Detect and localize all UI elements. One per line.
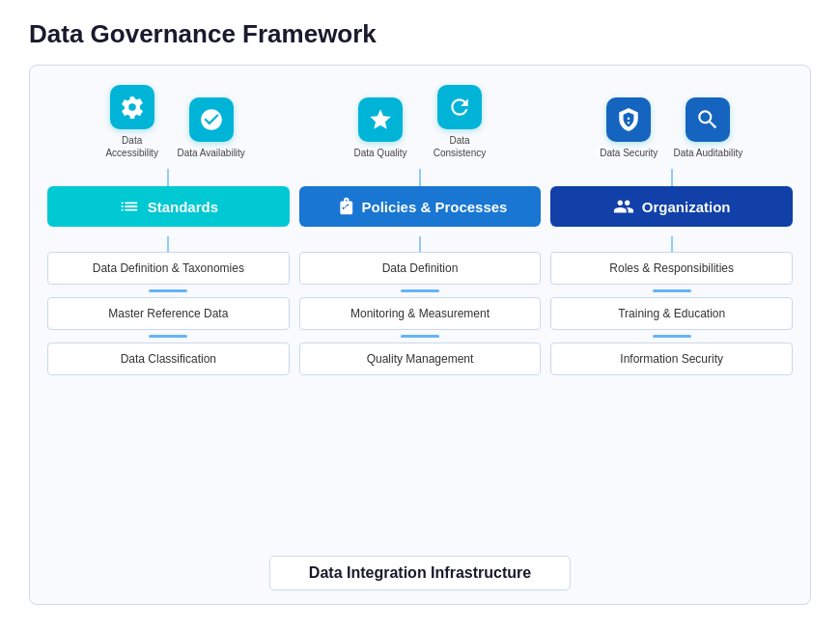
icon-label-consistency: Data Consistency [425,134,494,159]
category-policies: Policies & Processes [299,186,542,227]
item-data-definition-taxonomies: Data Definition & Taxonomies [47,252,290,285]
icon-availability-circle [189,97,234,142]
item-quality-management: Quality Management [299,342,542,375]
item-label-data-class: Data Classification [121,352,216,366]
icon-group-col3: Data Security Data Auditability [545,85,793,159]
icon-label-quality: Data Quality [353,147,406,159]
list-icon [119,196,140,217]
icon-card-auditability: Data Auditability [673,97,742,159]
items-col2-inner: Data Definition Monitoring & Measurement… [299,252,542,375]
items-col1-inner: Data Definition & Taxonomies Master Refe… [47,252,290,375]
item-training-education: Training & Education [550,297,793,330]
icon-label-availability: Data Availability [177,147,244,159]
policy-icon [333,196,354,217]
item-data-classification: Data Classification [47,342,290,375]
col2-connector-top [419,236,421,252]
categories-row: Standards Policies & Processes Organizat… [47,186,793,227]
icon-accessibility-circle [110,85,154,129]
search-icon [695,107,720,132]
icon-group-security-auditability: Data Security Data Auditability [594,85,742,159]
icon-group-quality-consistency: Data Quality Data Consistency [346,85,494,159]
items-col-3: Roles & Responsibilities Training & Educ… [550,236,793,375]
item-data-definition: Data Definition [299,252,542,285]
organization-icon [613,196,634,217]
separator-3a [653,289,691,292]
separator-1b [149,335,187,338]
icon-quality-circle [358,97,403,142]
item-label-data-def: Data Definition [382,261,459,275]
icon-auditability-circle [686,97,730,142]
framework-box: Data Accessibility Data Availability [29,65,811,605]
icon-card-quality: Data Quality [346,97,415,159]
bottom-bar: Data Integration Infrastructure [269,556,571,590]
connector-col3 [550,169,793,186]
item-label-master-ref: Master Reference Data [108,307,228,320]
icon-label-accessibility: Data Accessibility [98,134,167,159]
icon-security-circle [606,97,651,142]
items-col-1: Data Definition & Taxonomies Master Refe… [47,236,290,375]
item-label-info-security: Information Security [620,352,723,366]
item-label-roles: Roles & Responsibilities [609,261,734,275]
category-standards-label: Standards [148,199,218,215]
item-roles-responsibilities: Roles & Responsibilities [550,252,793,285]
items-col3-inner: Roles & Responsibilities Training & Educ… [550,252,793,375]
gear-icon [120,95,145,120]
page-title: Data Governance Framework [29,19,811,49]
item-label-def-taxonomies: Data Definition & Taxonomies [93,261,244,275]
col1-connector-top [167,236,169,252]
col3-connector-top [671,236,673,252]
star-icon [368,107,393,132]
icon-group-accessibility-availability: Data Accessibility Data Availability [98,85,246,159]
icon-card-accessibility: Data Accessibility [98,85,167,159]
top-connectors [47,169,793,186]
items-section: Data Definition & Taxonomies Master Refe… [47,236,793,375]
icon-group-col1: Data Accessibility Data Availability [47,85,295,159]
item-label-monitoring: Monitoring & Measurement [350,307,490,320]
item-master-reference-data: Master Reference Data [47,297,290,330]
item-label-quality-mgmt: Quality Management [367,352,474,366]
separator-2a [401,289,439,292]
icon-card-availability: Data Availability [177,97,246,159]
category-organization: Organization [550,186,793,227]
icon-consistency-circle [437,85,482,129]
icon-card-consistency: Data Consistency [425,85,494,159]
connector-line-1 [167,169,169,186]
separator-2b [401,335,439,338]
item-monitoring-measurement: Monitoring & Measurement [299,297,542,330]
bottom-bar-label: Data Integration Infrastructure [309,564,531,581]
item-label-training: Training & Education [618,307,725,320]
separator-3b [653,335,691,338]
icon-label-auditability: Data Auditability [673,147,742,159]
check-circle-icon [199,107,224,132]
items-col-2: Data Definition Monitoring & Measurement… [299,236,542,375]
connector-line-2 [419,169,421,186]
category-policies-label: Policies & Processes [362,199,508,215]
connector-col1 [47,169,290,186]
icon-label-security: Data Security [600,147,658,159]
icons-row: Data Accessibility Data Availability [47,85,793,159]
page: Data Governance Framework Data Accessibi… [0,0,840,630]
connector-line-3 [671,169,673,186]
connector-col2 [299,169,542,186]
item-information-security: Information Security [550,342,793,375]
refresh-icon [447,95,472,120]
icon-group-col2: Data Quality Data Consistency [295,85,544,159]
icon-card-security: Data Security [594,97,663,159]
category-standards: Standards [47,186,290,227]
shield-icon [616,107,641,132]
separator-1a [149,289,187,292]
category-organization-label: Organization [642,199,731,215]
